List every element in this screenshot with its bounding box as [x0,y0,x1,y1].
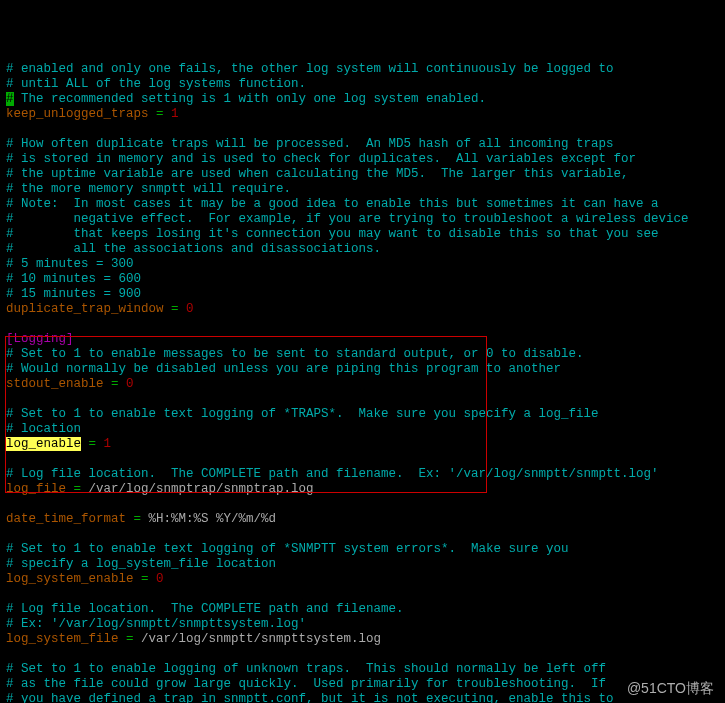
comment-text: # 5 minutes = 300 [6,257,134,271]
comment-text: # the uptime variable are used when calc… [6,167,629,181]
config-key: stdout_enable [6,377,111,391]
search-highlight: log_enable [6,437,81,451]
code-line [6,452,719,467]
equals-sign: = [171,302,186,316]
config-key: log_system_file [6,632,126,646]
comment-text: The recommended setting is 1 with only o… [14,92,487,106]
config-value-number: 0 [186,302,194,316]
code-line: stdout_enable = 0 [6,377,719,392]
comment-text: # you have defined a trap in snmptt.conf… [6,692,614,703]
config-value-number: 0 [156,572,164,586]
comment-text: # Set to 1 to enable logging of unknown … [6,662,606,676]
comment-text: # that keeps losing it's connection you … [6,227,659,241]
code-line: # Set to 1 to enable text logging of *SN… [6,542,719,557]
code-line: # Log file location. The COMPLETE path a… [6,467,719,482]
comment-text: # Log file location. The COMPLETE path a… [6,467,659,481]
code-line: # 5 minutes = 300 [6,257,719,272]
config-value-number: 1 [171,107,179,121]
config-key: date_time_format [6,512,134,526]
code-line: # Set to 1 to enable messages to be sent… [6,347,719,362]
equals-sign: = [74,482,89,496]
comment-text: # 15 minutes = 900 [6,287,141,301]
watermark: @51CTO博客 [624,680,717,697]
config-value-number: 1 [104,437,112,451]
comment-text: # Log file location. The COMPLETE path a… [6,602,404,616]
config-key [81,437,89,451]
config-key: log_system_enable [6,572,141,586]
comment-text: # location [6,422,81,436]
code-line [6,527,719,542]
config-value-number: 0 [126,377,134,391]
code-line: # Note: In most cases it may be a good i… [6,197,719,212]
comment-text: # 10 minutes = 600 [6,272,141,286]
comment-text: # until ALL of the log systems function. [6,77,306,91]
code-line: # 15 minutes = 900 [6,287,719,302]
code-line: # the uptime variable are used when calc… [6,167,719,182]
code-line: # you have defined a trap in snmptt.conf… [6,692,719,703]
code-line: log_system_enable = 0 [6,572,719,587]
code-line: # Set to 1 to enable logging of unknown … [6,662,719,677]
code-line: # The recommended setting is 1 with only… [6,92,719,107]
comment-text: # is stored in memory and is used to che… [6,152,636,166]
comment-text: # Ex: '/var/log/snmptt/snmpttsystem.log' [6,617,306,631]
config-key: keep_unlogged_traps [6,107,156,121]
equals-sign: = [156,107,171,121]
code-line: # negative effect. For example, if you a… [6,212,719,227]
code-line: date_time_format = %H:%M:%S %Y/%m/%d [6,512,719,527]
comment-text: # the more memory snmptt will require. [6,182,291,196]
code-line: # How often duplicate traps will be proc… [6,137,719,152]
code-line: # until ALL of the log systems function. [6,77,719,92]
code-line: # that keeps losing it's connection you … [6,227,719,242]
comment-text: # specify a log_system_file location [6,557,276,571]
code-line: # Would normally be disabled unless you … [6,362,719,377]
comment-text: # enabled and only one fails, the other … [6,62,614,76]
comment-text: # Would normally be disabled unless you … [6,362,561,376]
code-line: log_enable = 1 [6,437,719,452]
code-line: # Log file location. The COMPLETE path a… [6,602,719,617]
equals-sign: = [126,632,141,646]
code-line: [Logging] [6,332,719,347]
config-value-string: /var/log/snmptt/snmpttsystem.log [141,632,381,646]
code-line: # specify a log_system_file location [6,557,719,572]
code-line: # location [6,422,719,437]
code-line: # Set to 1 to enable text logging of *TR… [6,407,719,422]
code-line: duplicate_trap_window = 0 [6,302,719,317]
section-header: [Logging] [6,332,74,346]
comment-text: # Set to 1 to enable text logging of *TR… [6,407,599,421]
code-line: # 10 minutes = 600 [6,272,719,287]
comment-text: # all the associations and disassociatio… [6,242,381,256]
comment-text: # as the file could grow large quickly. … [6,677,606,691]
code-line: # the more memory snmptt will require. [6,182,719,197]
code-line [6,392,719,407]
comment-text: # How often duplicate traps will be proc… [6,137,614,151]
equals-sign: = [111,377,126,391]
code-line [6,317,719,332]
code-line: # as the file could grow large quickly. … [6,677,719,692]
code-line: log_file = /var/log/snmptrap/snmptrap.lo… [6,482,719,497]
comment-text: # Note: In most cases it may be a good i… [6,197,659,211]
comment-text: # Set to 1 to enable text logging of *SN… [6,542,569,556]
code-line: keep_unlogged_traps = 1 [6,107,719,122]
config-key: duplicate_trap_window [6,302,171,316]
code-line [6,122,719,137]
equals-sign: = [89,437,104,451]
code-line [6,587,719,602]
code-line: log_system_file = /var/log/snmptt/snmptt… [6,632,719,647]
code-line [6,497,719,512]
code-line [6,647,719,662]
cursor-highlight: # [6,92,14,106]
comment-text: # negative effect. For example, if you a… [6,212,689,226]
equals-sign: = [141,572,156,586]
terminal-viewport[interactable]: # enabled and only one fails, the other … [0,60,725,703]
code-line: # all the associations and disassociatio… [6,242,719,257]
config-value-string: /var/log/snmptrap/snmptrap.log [89,482,314,496]
comment-text: # Set to 1 to enable messages to be sent… [6,347,584,361]
code-line: # Ex: '/var/log/snmptt/snmpttsystem.log' [6,617,719,632]
config-value-string: %H:%M:%S %Y/%m/%d [149,512,277,526]
config-key: log_file [6,482,74,496]
equals-sign: = [134,512,149,526]
code-line: # enabled and only one fails, the other … [6,62,719,77]
code-line: # is stored in memory and is used to che… [6,152,719,167]
